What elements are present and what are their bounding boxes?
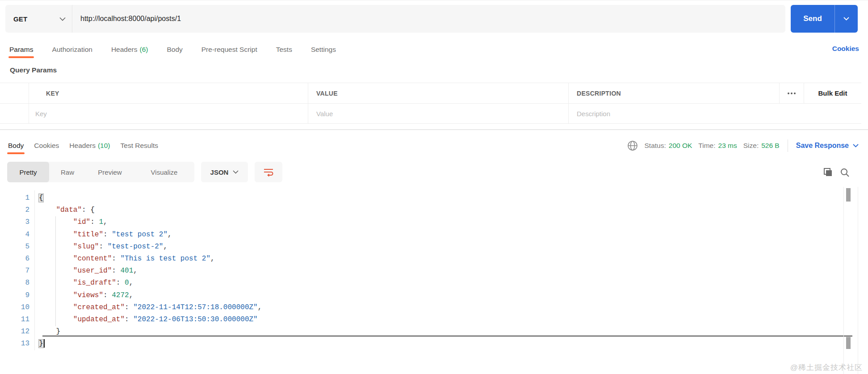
- code-gutter: 12345678910111213: [0, 192, 29, 350]
- tab-label: Test Results: [121, 142, 158, 150]
- tab-label: Tests: [276, 46, 292, 54]
- tab-params[interactable]: Params: [9, 40, 33, 59]
- tab-test-results[interactable]: Test Results: [121, 136, 158, 155]
- response-tabs: Body Cookies Headers(10) Test Results: [8, 136, 158, 155]
- response-meta-bar: Status: 200 OK Time: 23 ms Size: 526 B S…: [627, 136, 859, 155]
- send-button[interactable]: Send: [791, 5, 835, 33]
- view-raw-button[interactable]: Raw: [49, 162, 86, 182]
- time-badge: Time: 23 ms: [698, 142, 737, 150]
- view-visualize-button[interactable]: Visualize: [134, 162, 194, 182]
- response-view-toolbar: Pretty Raw Preview Visualize JSON: [7, 162, 282, 182]
- param-value-cell: [308, 104, 569, 123]
- divider: [788, 139, 788, 152]
- bulk-edit-button[interactable]: Bulk Edit: [804, 83, 861, 103]
- row-handle-cell: [0, 104, 29, 123]
- horizontal-scrollbar-thumb[interactable]: [42, 336, 852, 336]
- code-lines: { "data": { "id": 1, "title": "test post…: [39, 192, 841, 350]
- tab-pre-request-script[interactable]: Pre-request Script: [201, 40, 257, 59]
- method-label: GET: [13, 15, 27, 23]
- param-key-cell: [29, 104, 308, 123]
- request-url-bar: GET: [5, 5, 785, 33]
- ellipsis-icon: [787, 92, 796, 95]
- watermark: @稀土掘金技术社区: [790, 362, 863, 373]
- view-preview-button[interactable]: Preview: [86, 162, 134, 182]
- tab-label: Headers: [111, 46, 138, 54]
- gutter-border: [34, 190, 35, 350]
- query-params-table: KEY VALUE DESCRIPTION Bulk Edit: [0, 83, 861, 124]
- status-badge: Status: 200 OK: [645, 142, 692, 150]
- scrollbar-track-border: [858, 187, 858, 374]
- tab-label: Authorization: [52, 46, 92, 54]
- size-badge: Size: 526 B: [743, 142, 780, 150]
- param-key-input[interactable]: [29, 110, 308, 118]
- globe-icon[interactable]: [627, 140, 638, 151]
- tab-response-headers[interactable]: Headers(10): [69, 136, 110, 155]
- language-select[interactable]: JSON: [201, 162, 248, 182]
- vertical-scrollbar-thumb[interactable]: [846, 188, 851, 202]
- tab-label: Pre-request Script: [201, 46, 257, 54]
- chevron-down-icon: [843, 17, 849, 21]
- vertical-scrollbar-thumb[interactable]: [846, 337, 851, 349]
- tab-label: Headers: [69, 142, 96, 150]
- tab-label: Settings: [311, 46, 336, 54]
- method-select[interactable]: GET: [5, 5, 72, 33]
- tab-response-cookies[interactable]: Cookies: [34, 136, 59, 155]
- view-mode-switcher: Pretty Raw Preview Visualize: [7, 162, 194, 182]
- word-wrap-icon: [263, 167, 274, 177]
- save-response-button[interactable]: Save Response: [796, 142, 859, 150]
- view-pretty-button[interactable]: Pretty: [7, 162, 49, 182]
- code-tools: [822, 167, 850, 178]
- chevron-down-icon: [233, 170, 239, 174]
- row-handle-cell: [0, 83, 29, 103]
- tab-response-body[interactable]: Body: [8, 136, 24, 155]
- tab-label: Body: [167, 46, 182, 54]
- param-value-input[interactable]: [308, 110, 568, 118]
- url-input[interactable]: [72, 5, 785, 33]
- tab-settings[interactable]: Settings: [311, 40, 336, 59]
- column-header-description: DESCRIPTION: [569, 83, 780, 103]
- tab-label: Params: [9, 46, 33, 54]
- response-body-editor[interactable]: 12345678910111213 { "data": { "id": 1, "…: [0, 187, 868, 357]
- send-button-group: Send: [791, 5, 858, 33]
- chevron-down-icon: [59, 17, 66, 21]
- tab-headers[interactable]: Headers(6): [111, 40, 148, 59]
- language-label: JSON: [210, 168, 229, 176]
- send-options-button[interactable]: [835, 5, 858, 33]
- column-header-key: KEY: [29, 83, 308, 103]
- param-description-input[interactable]: [569, 110, 861, 118]
- tab-count: (10): [98, 142, 110, 150]
- tab-authorization[interactable]: Authorization: [52, 40, 92, 59]
- scrollbar-track-border: [843, 187, 844, 374]
- copy-icon[interactable]: [822, 167, 833, 178]
- cookies-link[interactable]: Cookies: [832, 45, 859, 53]
- section-divider: [0, 129, 868, 130]
- param-description-cell: [569, 104, 861, 123]
- table-header-row: KEY VALUE DESCRIPTION Bulk Edit: [0, 83, 861, 103]
- tab-label: Cookies: [34, 142, 59, 150]
- column-header-value: VALUE: [308, 83, 569, 103]
- tab-count: (6): [139, 46, 148, 54]
- query-params-title: Query Params: [10, 66, 57, 74]
- table-row: [0, 103, 861, 124]
- wrap-lines-button[interactable]: [255, 162, 282, 182]
- search-icon[interactable]: [839, 167, 850, 178]
- send-label: Send: [803, 14, 822, 23]
- request-tabs: Params Authorization Headers(6) Body Pre…: [9, 40, 336, 59]
- chevron-down-icon: [853, 144, 859, 147]
- more-actions-button[interactable]: [780, 83, 804, 103]
- tab-body[interactable]: Body: [167, 40, 182, 59]
- tab-label: Body: [8, 142, 24, 150]
- tab-tests[interactable]: Tests: [276, 40, 292, 59]
- api-client-window: GET Send Params Authorization Headers(6)…: [0, 0, 868, 374]
